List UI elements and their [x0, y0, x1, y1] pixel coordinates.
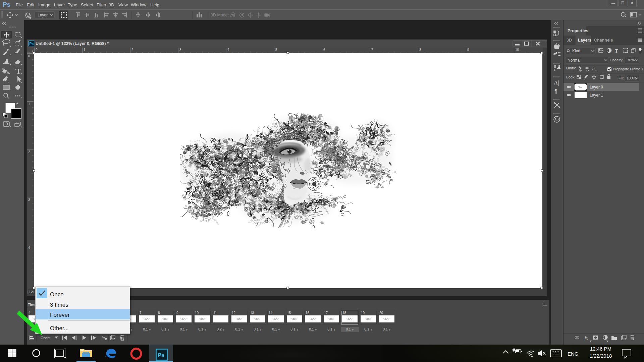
svg-text:100%: 100%: [627, 76, 636, 80]
svg-text:Normal: Normal: [568, 58, 581, 63]
svg-text:Propagate Frame 1: Propagate Frame 1: [613, 67, 643, 71]
svg-text:Unify:: Unify:: [566, 66, 576, 70]
svg-text:0: 0: [28, 54, 30, 58]
svg-text:Fill:: Fill:: [619, 76, 624, 80]
svg-text:Layer 1: Layer 1: [590, 93, 603, 98]
svg-text:1: 1: [28, 102, 30, 106]
svg-text:9: 9: [467, 48, 469, 52]
svg-text:fx: fx: [592, 66, 595, 70]
svg-text:Lock:: Lock:: [566, 75, 576, 79]
svg-text:Layer 0: Layer 0: [590, 85, 603, 89]
svg-text:6: 6: [323, 48, 325, 52]
svg-text:70%: 70%: [627, 58, 635, 62]
svg-text:Opacity:: Opacity:: [610, 58, 623, 62]
svg-text:7: 7: [371, 48, 373, 52]
svg-text:A|: A|: [554, 79, 559, 86]
svg-text:Ps: Ps: [158, 352, 164, 358]
svg-text:Kind: Kind: [572, 49, 580, 53]
svg-text:1: 1: [84, 48, 86, 52]
svg-text:4: 4: [227, 48, 229, 52]
svg-text:T: T: [615, 48, 618, 54]
svg-text:3D Mode:: 3D Mode:: [211, 13, 229, 17]
svg-text:¶: ¶: [554, 88, 557, 94]
svg-text:2: 2: [131, 48, 133, 52]
svg-text:3D: 3D: [567, 38, 572, 43]
svg-text:Layers: Layers: [578, 38, 591, 43]
svg-text:3: 3: [28, 198, 30, 202]
svg-text:fx: fx: [585, 336, 588, 341]
svg-text:Properties: Properties: [568, 28, 588, 33]
svg-text:Once: Once: [41, 336, 50, 340]
svg-text:Channels: Channels: [594, 38, 613, 43]
svg-text:4: 4: [28, 246, 30, 250]
svg-text:Layer: Layer: [38, 13, 48, 17]
svg-text:Ps: Ps: [30, 42, 34, 46]
svg-text:10: 10: [515, 48, 519, 52]
svg-text:5: 5: [275, 48, 277, 52]
svg-text:3: 3: [179, 48, 181, 52]
svg-text:0: 0: [36, 48, 38, 52]
svg-text:8: 8: [419, 48, 421, 52]
svg-text:2: 2: [28, 150, 30, 154]
